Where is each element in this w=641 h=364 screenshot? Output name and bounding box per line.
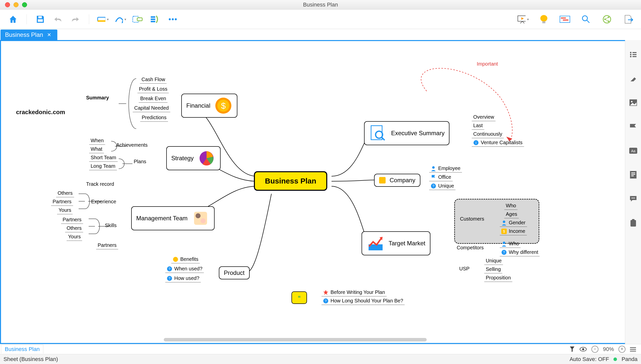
sub-item[interactable]: Partners — [51, 198, 73, 206]
mindmap-canvas[interactable]: crackedonic.com Important Business Plan … — [0, 40, 641, 344]
format-panel-icon[interactable] — [629, 74, 638, 83]
topic-target-market[interactable]: Target Market — [362, 231, 430, 255]
right-panel: Aa — [625, 40, 641, 344]
comments-panel-icon[interactable] — [629, 194, 638, 203]
topic-button[interactable]: ▾ — [97, 13, 109, 25]
export-button[interactable] — [622, 13, 634, 25]
gantt-button[interactable] — [559, 13, 571, 25]
sub-item[interactable]: Capital Needed — [133, 105, 170, 112]
redo-button[interactable] — [69, 13, 81, 25]
sub-item[interactable]: Benefits — [171, 256, 200, 263]
sub-item[interactable]: ?How Long Should Your Plan Be? — [322, 297, 405, 305]
sub-item[interactable]: Long Team — [89, 163, 117, 170]
relationship-button[interactable]: ▾ — [114, 13, 126, 25]
zoom-out-button[interactable]: − — [591, 346, 598, 353]
share-button[interactable] — [601, 13, 613, 25]
central-topic[interactable]: Business Plan — [254, 171, 327, 191]
summary-button[interactable] — [149, 13, 161, 25]
sub-item[interactable]: Yours — [57, 207, 73, 214]
notes-panel-icon[interactable] — [629, 170, 638, 179]
sub-item[interactable]: Office — [429, 174, 453, 181]
svg-text:?: ? — [325, 299, 327, 303]
font-panel-icon[interactable]: Aa — [629, 146, 638, 155]
question-icon: ? — [431, 183, 436, 189]
sub-item[interactable]: Who — [500, 240, 521, 248]
sub-item[interactable]: Before Writing Your Plan — [322, 289, 387, 296]
sub-item[interactable]: ?Why different — [500, 249, 540, 256]
sub-item[interactable]: Employee — [429, 165, 462, 172]
sub-item[interactable]: Yours — [67, 233, 82, 241]
sub-item[interactable]: Gender — [500, 219, 527, 227]
sub-item[interactable]: ?Unique — [429, 183, 455, 190]
boundary-button[interactable] — [132, 13, 144, 25]
tab-business-plan[interactable]: Business Plan ✕ — [1, 30, 57, 40]
topic-product[interactable]: Product — [219, 266, 250, 279]
sub-item[interactable]: ?How used? — [165, 275, 201, 282]
sub-item[interactable]: Others — [65, 225, 83, 232]
zoom-in-button[interactable]: + — [618, 346, 625, 353]
sub-item[interactable]: Last — [472, 122, 484, 130]
svg-point-28 — [196, 213, 201, 218]
svg-rect-0 — [38, 16, 42, 18]
sub-item[interactable]: When — [89, 137, 105, 145]
sub-item[interactable]: Continuously — [472, 131, 504, 138]
search-button[interactable] — [580, 13, 592, 25]
horizontal-scrollbar[interactable] — [164, 338, 427, 341]
svg-point-67 — [631, 198, 632, 199]
presentation-button[interactable]: ▾ — [517, 13, 529, 25]
sub-item[interactable]: $Income — [500, 228, 527, 235]
document-search-icon — [369, 124, 387, 142]
svg-text:?: ? — [169, 267, 171, 271]
topic-label: Management Team — [136, 215, 188, 222]
eye-icon[interactable] — [579, 347, 587, 352]
piechart-icon — [198, 149, 216, 167]
more-button[interactable] — [167, 13, 179, 25]
menu-icon[interactable] — [630, 347, 636, 352]
brainstorm-button[interactable] — [538, 13, 550, 25]
sub-item[interactable]: iVenture Capitalists — [472, 139, 524, 147]
undo-button[interactable] — [52, 13, 64, 25]
topic-label: Target Market — [389, 240, 425, 247]
sub-item[interactable]: Break Even — [139, 95, 168, 103]
outline-panel-icon[interactable] — [629, 50, 638, 59]
sub-item[interactable]: Partners — [61, 216, 83, 224]
svg-text:?: ? — [432, 184, 434, 188]
sub-item[interactable]: Unique — [484, 257, 503, 265]
svg-text:❝: ❝ — [298, 295, 301, 301]
task-panel-icon[interactable] — [629, 218, 638, 227]
document-tabs: Business Plan ✕ — [0, 29, 641, 40]
sub-item[interactable]: Predictions — [140, 114, 168, 122]
svg-point-55 — [630, 54, 631, 55]
sub-item[interactable]: Overview — [472, 114, 496, 121]
main-toolbar: ▾ ▾ ▾ — [0, 10, 641, 29]
topic-management[interactable]: Management Team — [131, 206, 215, 230]
save-button[interactable] — [34, 13, 46, 25]
floating-topic[interactable]: ❝ — [291, 291, 307, 304]
sub-item[interactable]: Cash Flow — [140, 76, 167, 84]
sub-item[interactable]: Selling — [484, 266, 502, 273]
sub-item[interactable]: Partners — [96, 242, 118, 249]
window-title: Business Plan — [0, 2, 641, 8]
sub-item[interactable]: Others — [56, 190, 74, 197]
topic-strategy[interactable]: Strategy — [166, 146, 221, 170]
group-achievements: Achievements — [116, 142, 148, 148]
home-button[interactable] — [7, 13, 19, 25]
svg-point-47 — [503, 242, 505, 244]
sub-item[interactable]: Profit & Loss — [137, 86, 169, 93]
sub-item[interactable]: Who — [504, 202, 518, 210]
topic-financial[interactable]: Financial $ — [181, 94, 237, 118]
image-panel-icon[interactable] — [629, 98, 638, 107]
close-tab-icon[interactable]: ✕ — [47, 32, 51, 38]
topic-company[interactable]: Company — [374, 174, 420, 187]
sub-item[interactable]: What — [89, 146, 104, 153]
sub-item[interactable]: Short Team — [89, 154, 118, 162]
sheet-tab[interactable]: Business Plan — [1, 345, 43, 353]
sub-item[interactable]: ?When used? — [165, 265, 204, 273]
svg-rect-75 — [630, 349, 636, 350]
topic-exec-summary[interactable]: Executive Summary — [364, 121, 449, 145]
svg-rect-15 — [560, 16, 570, 23]
filter-icon[interactable] — [569, 346, 575, 352]
sub-item[interactable]: Ages — [504, 211, 519, 218]
markers-panel-icon[interactable] — [629, 122, 638, 131]
sub-item[interactable]: Proposition — [484, 274, 512, 282]
